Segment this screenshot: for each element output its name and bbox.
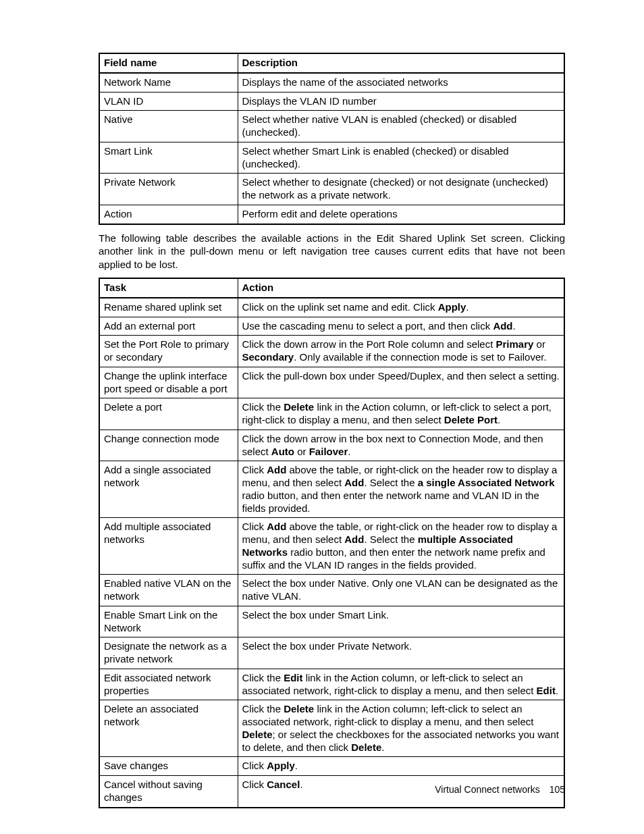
cell-task: Enabled native VLAN on the network (99, 575, 238, 606)
table-row: VLAN IDDisplays the VLAN ID number (99, 92, 564, 111)
page: Field name Description Network NameDispl… (0, 0, 644, 834)
cell-task: Add multiple associated networks (99, 518, 238, 575)
cell-description: Select whether native VLAN is enabled (c… (238, 111, 564, 142)
cell-action: Click the Delete link in the Action colu… (238, 398, 564, 430)
cell-field: Native (99, 111, 238, 142)
footer-section: Virtual Connect networks (435, 784, 539, 795)
cell-action: Click Add above the table, or right-clic… (238, 518, 564, 575)
table-row: Add an external portUse the cascading me… (99, 317, 564, 336)
table-row: Private NetworkSelect whether to designa… (99, 174, 564, 205)
cell-description: Displays the VLAN ID number (238, 92, 564, 111)
cell-task: Add a single associated network (99, 461, 238, 518)
cell-task: Rename shared uplink set (99, 298, 238, 317)
table-row: Rename shared uplink setClick on the upl… (99, 298, 564, 317)
table-row: Edit associated network propertiesClick … (99, 669, 564, 700)
cell-task: Change the uplink interface port speed o… (99, 367, 238, 398)
cell-action: Click the Edit link in the Action column… (238, 669, 564, 700)
cell-action: Click the down arrow in the box next to … (238, 429, 564, 461)
cell-task: Edit associated network properties (99, 669, 238, 700)
cell-action: Click the Delete link in the Action colu… (238, 700, 564, 757)
cell-action: Select the box under Native. Only one VL… (238, 575, 564, 606)
table-row: Delete a portClick the Delete link in th… (99, 398, 564, 430)
page-number: 105 (549, 784, 565, 795)
cell-action: Select the box under Smart Link. (238, 606, 564, 637)
cell-field: Smart Link (99, 142, 238, 174)
cell-action: Select the box under Private Network. (238, 637, 564, 669)
cell-task: Save changes (99, 757, 238, 776)
cell-action: Click Apply. (238, 757, 564, 776)
cell-action: Click Add above the table, or right-clic… (238, 461, 564, 518)
col-header-field: Field name (99, 53, 238, 73)
cell-task: Add an external port (99, 317, 238, 336)
intro-paragraph: The following table describes the availa… (99, 232, 565, 271)
cell-field: Network Name (99, 73, 238, 92)
col-header-action: Action (238, 278, 564, 298)
cell-action: Click the pull-down box under Speed/Dupl… (238, 367, 564, 398)
cell-field: VLAN ID (99, 92, 238, 111)
table-row: Enable Smart Link on the NetworkSelect t… (99, 606, 564, 637)
cell-task: Set the Port Role to primary or secondar… (99, 336, 238, 367)
cell-task: Delete an associated network (99, 700, 238, 757)
cell-action: Click on the uplink set name and edit. C… (238, 298, 564, 317)
table-row: Change the uplink interface port speed o… (99, 367, 564, 398)
cell-description: Select whether Smart Link is enabled (ch… (238, 142, 564, 174)
table-row: NativeSelect whether native VLAN is enab… (99, 111, 564, 142)
table-header-row: Task Action (99, 278, 564, 298)
table-row: Delete an associated networkClick the De… (99, 700, 564, 757)
table-row: Add a single associated networkClick Add… (99, 461, 564, 518)
cell-task: Cancel without saving changes (99, 776, 238, 808)
cell-description: Perform edit and delete operations (238, 205, 564, 224)
table-row: Smart LinkSelect whether Smart Link is e… (99, 142, 564, 174)
table-row: Change connection modeClick the down arr… (99, 429, 564, 461)
cell-description: Select whether to designate (checked) or… (238, 174, 564, 205)
cell-action: Use the cascading menu to select a port,… (238, 317, 564, 336)
col-header-task: Task (99, 278, 238, 298)
table-row: Designate the network as a private netwo… (99, 637, 564, 669)
cell-description: Displays the name of the associated netw… (238, 73, 564, 92)
cell-field: Private Network (99, 174, 238, 205)
table-row: Add multiple associated networksClick Ad… (99, 518, 564, 575)
cell-task: Designate the network as a private netwo… (99, 637, 238, 669)
col-header-description: Description (238, 53, 564, 73)
table-row: Set the Port Role to primary or secondar… (99, 336, 564, 367)
table-row: Enabled native VLAN on the networkSelect… (99, 575, 564, 606)
cell-task: Delete a port (99, 398, 238, 430)
cell-task: Enable Smart Link on the Network (99, 606, 238, 637)
table-row: Save changesClick Apply. (99, 757, 564, 776)
task-action-table: Task Action Rename shared uplink setClic… (99, 278, 565, 808)
table-header-row: Field name Description (99, 53, 564, 73)
cell-task: Change connection mode (99, 429, 238, 461)
page-footer: Virtual Connect networks105 (435, 784, 565, 795)
field-description-table: Field name Description Network NameDispl… (99, 53, 565, 225)
cell-field: Action (99, 205, 238, 224)
cell-action: Click the down arrow in the Port Role co… (238, 336, 564, 367)
table-row: ActionPerform edit and delete operations (99, 205, 564, 224)
table-row: Network NameDisplays the name of the ass… (99, 73, 564, 92)
